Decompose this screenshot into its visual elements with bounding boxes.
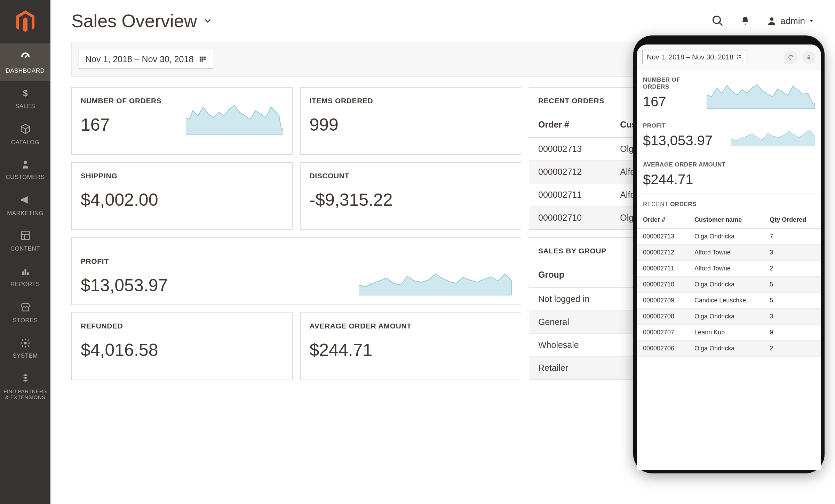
table-row[interactable]: 000002712Alford Towne3 xyxy=(637,245,821,261)
card-label: AVERAGE ORDER AMOUNT xyxy=(643,161,726,168)
cell-order: 000002710 xyxy=(637,277,688,293)
date-range-button[interactable]: Nov 1, 2018 – Nov 30, 2018 xyxy=(79,50,213,69)
cell-order: 000002708 xyxy=(637,309,688,325)
caret-down-icon xyxy=(809,18,814,24)
cell-order: 000002712 xyxy=(529,161,611,184)
search-icon[interactable] xyxy=(711,15,724,27)
svg-rect-4 xyxy=(21,232,29,240)
column-header[interactable]: Customer name xyxy=(688,211,763,229)
chevron-down-icon[interactable] xyxy=(203,16,212,25)
gear-icon xyxy=(20,338,31,350)
sidebar-item-label: CATALOG xyxy=(11,139,40,146)
mobile-recent-orders-table: Order # Customer name Qty Ordered 000002… xyxy=(637,211,821,357)
blocks-icon xyxy=(20,373,31,385)
sidebar-item-stores[interactable]: STORES xyxy=(0,295,50,331)
cell-customer: Candice Leuschke xyxy=(688,293,763,309)
svg-rect-17 xyxy=(206,56,206,58)
svg-rect-30 xyxy=(737,58,738,59)
svg-rect-8 xyxy=(24,269,26,275)
card-label: PROFIT xyxy=(81,257,168,266)
bell-icon[interactable] xyxy=(740,15,751,26)
items-ordered-card: ITEMS ORDERED 999 xyxy=(300,87,522,155)
cell-order: 000002711 xyxy=(637,261,688,277)
table-row[interactable]: 000002711Alford Towne2 xyxy=(637,261,821,277)
cell-order: 000002711 xyxy=(529,184,611,206)
column-header[interactable]: Qty Ordered xyxy=(763,211,821,229)
table-row[interactable]: 000002709Candice Leuschke5 xyxy=(637,293,821,309)
mobile-preview-frame: Nov 1, 2018 – Nov 30, 2018 xyxy=(633,35,825,473)
sidebar: DASHBOARD$SALESCATALOGCUSTOMERSMARKETING… xyxy=(0,0,50,504)
cell-order: 000002713 xyxy=(637,229,688,245)
cell-group: Wholesale xyxy=(529,334,626,357)
cell-qty: 2 xyxy=(763,261,821,277)
dollar-icon: $ xyxy=(20,88,31,100)
sidebar-item-label: CUSTOMERS xyxy=(6,174,45,181)
sidebar-item-dashboard[interactable]: DASHBOARD xyxy=(0,43,50,81)
card-label: DISCOUNT xyxy=(310,172,512,180)
mobile-avg-card: AVERAGE ORDER AMOUNT $244.71 xyxy=(637,155,821,194)
cell-qty: 9 xyxy=(763,325,821,341)
gauge-icon xyxy=(19,50,32,65)
svg-rect-14 xyxy=(200,56,201,58)
card-value: $4,002.00 xyxy=(81,190,283,210)
mobile-filter-bar: Nov 1, 2018 – Nov 30, 2018 xyxy=(637,44,821,70)
svg-line-12 xyxy=(719,23,723,26)
card-label: REFUNDED xyxy=(81,322,283,330)
svg-rect-31 xyxy=(808,57,810,59)
sidebar-item-reports[interactable]: REPORTS xyxy=(0,259,50,295)
card-label: SHIPPING xyxy=(81,172,283,180)
user-menu[interactable]: admin xyxy=(766,16,814,26)
refresh-icon xyxy=(788,54,794,60)
column-header[interactable]: Group xyxy=(529,262,626,288)
svg-rect-15 xyxy=(202,56,203,58)
profit-sparkline xyxy=(359,264,512,295)
sidebar-item-customers[interactable]: CUSTOMERS xyxy=(0,153,50,187)
sidebar-item-content[interactable]: CONTENT xyxy=(0,223,50,259)
cell-qty: 5 xyxy=(763,277,821,293)
layout-icon xyxy=(20,230,31,243)
profit-card: PROFIT $13,053.97 xyxy=(71,237,521,305)
mobile-date-range-button[interactable]: Nov 1, 2018 – Nov 30, 2018 xyxy=(642,50,747,64)
card-value: $4,016.58 xyxy=(81,340,283,360)
cell-order: 000002713 xyxy=(529,138,611,161)
table-row[interactable]: 000002708Olga Ondricka3 xyxy=(637,309,821,325)
svg-rect-21 xyxy=(206,58,206,60)
cell-order: 000002710 xyxy=(529,206,611,229)
box-icon xyxy=(20,123,31,136)
calendar-grid-icon xyxy=(737,55,742,60)
svg-rect-7 xyxy=(22,271,24,275)
shipping-card: SHIPPING $4,002.00 xyxy=(71,162,293,230)
table-row[interactable]: 000002713Olga Ondricka7 xyxy=(637,229,821,245)
mobile-profit-card: PROFIT $13,053.97 xyxy=(637,116,821,155)
page-title: Sales Overview xyxy=(71,10,197,31)
sidebar-item-sales[interactable]: $SALES xyxy=(0,81,50,116)
svg-rect-18 xyxy=(200,58,201,60)
sidebar-item-system[interactable]: SYSTEM xyxy=(0,331,50,366)
table-row[interactable]: 000002707Leann Kub9 xyxy=(637,325,821,341)
sidebar-item-label: SYSTEM xyxy=(13,352,38,359)
mobile-refresh-button[interactable] xyxy=(784,51,797,64)
table-row[interactable]: 000002706Olga Ondricka2 xyxy=(637,341,821,357)
column-header[interactable]: Order # xyxy=(529,112,611,138)
cell-qty: 3 xyxy=(763,309,821,325)
user-label: admin xyxy=(780,16,805,26)
user-icon xyxy=(766,16,777,26)
cell-order: 000002712 xyxy=(637,245,688,261)
mobile-lock-button[interactable] xyxy=(802,51,816,64)
card-value: $244.71 xyxy=(310,340,512,360)
sidebar-item-label: MARKETING xyxy=(7,210,43,217)
table-row[interactable]: 000002710Olga Ondricka5 xyxy=(637,277,821,293)
mobile-profit-sparkline xyxy=(731,125,815,146)
svg-line-1 xyxy=(25,55,27,57)
sidebar-item-find-partners-extensions[interactable]: FIND PARTNERS & EXTENSIONS xyxy=(0,366,50,407)
sidebar-item-label: CONTENT xyxy=(10,245,40,252)
card-label: NUMBER OF ORDERS xyxy=(643,76,707,90)
discount-card: DISCOUNT -$9,315.22 xyxy=(300,162,522,230)
svg-rect-24 xyxy=(737,55,738,56)
svg-rect-9 xyxy=(27,272,29,275)
cell-customer: Olga Ondricka xyxy=(688,309,763,325)
sidebar-item-marketing[interactable]: MARKETING xyxy=(0,187,50,223)
column-header[interactable]: Order # xyxy=(637,211,688,229)
sidebar-item-catalog[interactable]: CATALOG xyxy=(0,116,50,153)
svg-rect-26 xyxy=(740,55,741,56)
